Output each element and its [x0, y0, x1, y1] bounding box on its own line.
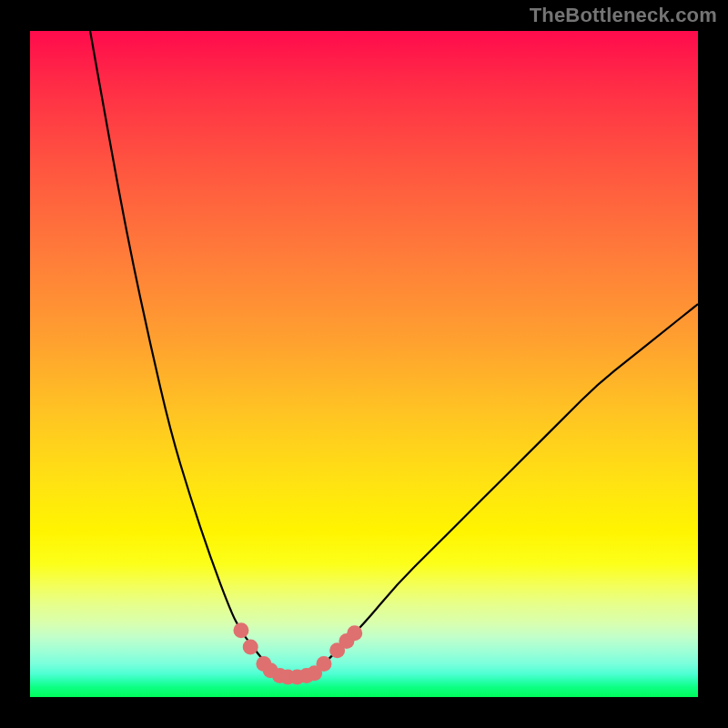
right-curve: [324, 304, 698, 663]
chart-svg: [30, 31, 698, 697]
chart-frame: TheBottleneck.com: [0, 0, 728, 728]
data-point-marker: [347, 625, 362, 641]
curve-markers: [233, 622, 362, 684]
watermark-text: TheBottleneck.com: [530, 4, 717, 27]
data-point-marker: [233, 622, 248, 638]
left-curve: [90, 31, 270, 667]
data-point-marker: [243, 640, 258, 655]
data-point-marker: [316, 656, 331, 672]
